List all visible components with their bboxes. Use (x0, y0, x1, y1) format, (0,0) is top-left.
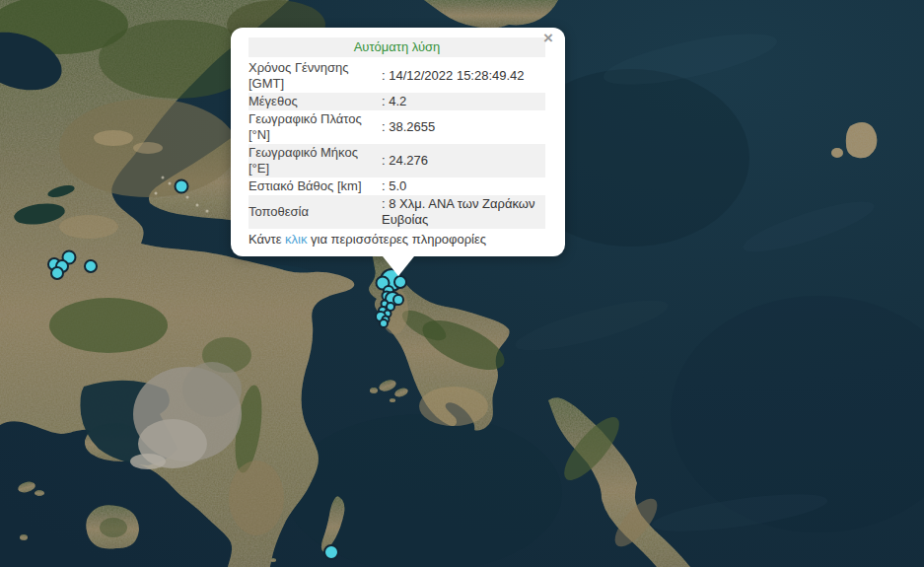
row-value: : 8 Χλμ. ΑΝΑ των Ζαράκων Ευβοίας (382, 196, 545, 228)
earthquake-marker[interactable] (176, 180, 188, 193)
row-label: Μέγεθος (249, 94, 382, 109)
popup-row: Χρόνος Γέννησης [GMT] : 14/12/2022 15:28… (249, 59, 545, 93)
earthquake-map-screen: × Αυτόματη λύση Χρόνος Γέννησης [GMT] : … (0, 0, 924, 567)
popup-row: Εστιακό Βάθος [km] : 5.0 (249, 177, 545, 195)
row-value: : 4.2 (382, 94, 545, 109)
popup-arrow (383, 256, 414, 276)
popup-row: Γεωγραφικό Μήκος [°E] : 24.276 (249, 144, 545, 177)
row-value: : 38.2655 (382, 119, 545, 135)
row-label: Χρόνος Γέννησης [GMT] (249, 60, 382, 92)
popup-auto-solution: × Αυτόματη λύση Χρόνος Γέννησης [GMT] : … (231, 28, 565, 256)
row-label: Γεωγραφικό Πλάτος [°N] (249, 111, 382, 143)
row-value: : 5.0 (382, 178, 545, 194)
footer-text-pre: Κάντε (249, 232, 285, 247)
popup-title: Αυτόματη λύση (249, 37, 545, 57)
footer-text-post: για περισσότερες πληροφορίες (307, 232, 486, 247)
popup-row: Τοποθεσία : 8 Χλμ. ΑΝΑ των Ζαράκων Ευβοί… (249, 195, 545, 229)
popup-row: Μέγεθος : 4.2 (249, 93, 545, 110)
row-label: Εστιακό Βάθος [km] (249, 178, 382, 194)
row-value: : 24.276 (382, 153, 545, 169)
earthquake-marker[interactable] (324, 545, 338, 559)
row-value: : 14/12/2022 15:28:49.42 (382, 68, 545, 84)
earthquake-marker[interactable] (394, 276, 406, 288)
earthquake-marker[interactable] (51, 267, 63, 279)
more-info-link[interactable]: κλικ (285, 232, 307, 247)
close-icon[interactable]: × (540, 31, 556, 46)
popup-footer: Κάντε κλικ για περισσότερες πληροφορίες (249, 232, 545, 248)
earthquake-marker[interactable] (85, 260, 97, 272)
row-label: Τοποθεσία (249, 204, 382, 220)
popup-rows: Χρόνος Γέννησης [GMT] : 14/12/2022 15:28… (249, 59, 545, 229)
earthquake-marker[interactable] (393, 295, 403, 305)
earthquake-marker[interactable] (380, 319, 388, 327)
row-label: Γεωγραφικό Μήκος [°E] (249, 145, 382, 177)
popup-row: Γεωγραφικό Πλάτος [°N] : 38.2655 (249, 110, 545, 144)
